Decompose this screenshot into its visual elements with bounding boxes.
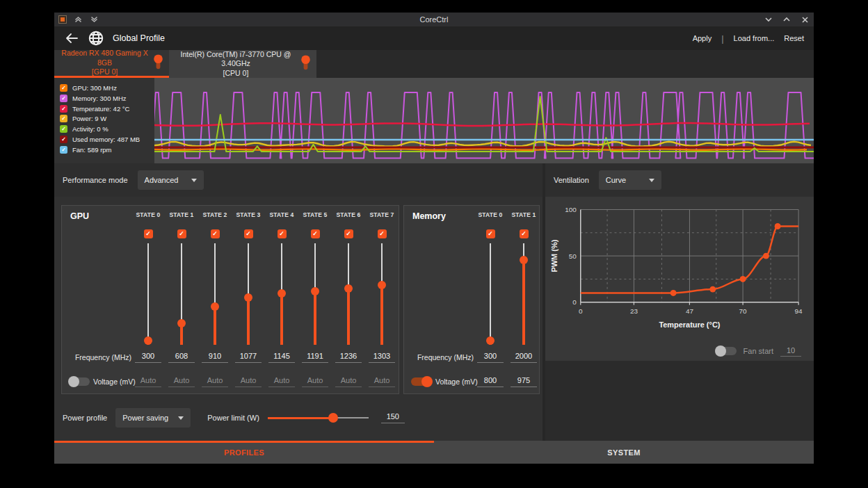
app-icon — [58, 15, 67, 24]
frequency-value[interactable]: 1303 — [369, 345, 395, 370]
keep-below-icon[interactable] — [89, 15, 99, 24]
state-checkbox[interactable]: ✓ — [211, 229, 220, 238]
tab-cpu-device[interactable]: Intel(R) Core(TM) i7-3770 CPU @ 3.40GHz … — [169, 50, 316, 78]
load-from-button[interactable]: Load from... — [734, 34, 775, 42]
legend-checkbox[interactable]: ✓ — [60, 136, 67, 143]
legend-label: GPU: 300 MHz — [72, 84, 117, 92]
maximize-icon[interactable] — [782, 15, 791, 24]
legend-checkbox[interactable]: ✓ — [60, 115, 67, 122]
svg-text:100: 100 — [565, 206, 577, 213]
frequency-slider[interactable] — [377, 242, 387, 345]
power-limit-slider[interactable] — [268, 413, 369, 423]
minimize-icon[interactable] — [764, 15, 773, 24]
voltage-value[interactable]: 800 — [477, 370, 504, 393]
state-label: STATE 1 — [511, 211, 536, 225]
tab-system[interactable]: SYSTEM — [434, 441, 814, 464]
frequency-value[interactable]: 1145 — [268, 345, 295, 370]
fan-curve-point[interactable] — [709, 286, 716, 293]
fan-curve-point[interactable] — [775, 223, 781, 229]
slider-handle[interactable] — [486, 336, 495, 345]
power-profile-select[interactable]: Power saving — [115, 408, 191, 428]
state-checkbox[interactable]: ✓ — [177, 229, 186, 238]
state-checkbox[interactable]: ✓ — [244, 229, 253, 238]
frequency-value[interactable]: 608 — [168, 345, 195, 370]
fan-curve-point[interactable] — [740, 276, 746, 282]
slider-handle[interactable] — [177, 319, 186, 327]
state-column: STATE 3✓1077Auto — [232, 211, 265, 393]
memory-voltage-toggle[interactable] — [411, 377, 432, 386]
power-limit-value[interactable]: 150 — [381, 412, 405, 423]
frequency-value[interactable]: 300 — [135, 345, 161, 370]
state-checkbox[interactable]: ✓ — [378, 229, 387, 238]
header-toolbar: Global Profile Apply | Load from... Rese… — [54, 26, 814, 50]
profile-title: Global Profile — [113, 33, 165, 43]
slider-handle[interactable] — [344, 284, 353, 293]
frequency-slider[interactable] — [143, 242, 153, 345]
ventilation-mode-select[interactable]: Curve — [599, 170, 661, 190]
legend-checkbox[interactable]: ✓ — [60, 105, 67, 113]
voltage-value: Auto — [302, 370, 328, 393]
frequency-slider[interactable] — [519, 242, 529, 345]
gpu-voltage-toggle[interactable] — [69, 377, 90, 386]
slider-handle[interactable] — [211, 302, 219, 311]
frequency-value[interactable]: 1191 — [302, 345, 328, 370]
legend-item: ✓Used memory: 487 MB — [60, 135, 154, 144]
slider-handle[interactable] — [311, 287, 319, 295]
close-icon[interactable] — [800, 15, 810, 24]
frequency-slider[interactable] — [177, 242, 186, 345]
gpu-tab-title: Radeon RX 480 Gaming X 8GB — [61, 49, 148, 67]
legend-label: Activity: 0 % — [72, 125, 108, 133]
legend-label: Memory: 300 MHz — [72, 95, 127, 102]
voltage-value: Auto — [335, 370, 362, 393]
gpu-states-panel: GPU Frequency (MHz) Voltage (mV) STATE 0… — [61, 205, 399, 394]
fan-curve-chart[interactable]: 050100023477094Temperature (°C)PWM (%) — [548, 200, 812, 343]
frequency-slider[interactable] — [210, 242, 220, 345]
state-label: STATE 7 — [369, 211, 394, 225]
pin-icon[interactable] — [153, 54, 163, 72]
fan-start-toggle[interactable] — [716, 347, 737, 355]
slider-handle[interactable] — [520, 256, 528, 264]
chevron-down-icon — [178, 416, 184, 420]
frequency-value[interactable]: 2000 — [511, 345, 537, 370]
reset-button[interactable]: Reset — [784, 34, 804, 42]
state-checkbox[interactable]: ✓ — [144, 229, 153, 238]
fan-curve-point[interactable] — [670, 290, 677, 296]
state-checkbox[interactable]: ✓ — [311, 229, 320, 238]
slider-handle[interactable] — [378, 281, 386, 289]
voltage-value[interactable]: 975 — [511, 370, 537, 393]
frequency-slider[interactable] — [310, 242, 320, 345]
tab-gpu-device[interactable]: Radeon RX 480 Gaming X 8GB [GPU 0] — [54, 50, 169, 78]
legend-checkbox[interactable]: ✓ — [60, 125, 67, 133]
state-checkbox[interactable]: ✓ — [278, 229, 287, 238]
frequency-value[interactable]: 1236 — [335, 345, 362, 370]
apply-button[interactable]: Apply — [693, 34, 712, 42]
back-button[interactable] — [64, 31, 79, 46]
slider-handle[interactable] — [244, 293, 252, 302]
pin-icon[interactable] — [300, 55, 311, 73]
fan-curve-point[interactable] — [763, 253, 769, 259]
frequency-slider[interactable] — [485, 242, 495, 345]
slider-handle[interactable] — [144, 336, 152, 345]
frequency-value[interactable]: 910 — [202, 345, 228, 370]
fan-start-row: Fan start 10 — [548, 343, 810, 359]
tab-profiles[interactable]: PROFILES — [54, 441, 434, 464]
state-checkbox[interactable]: ✓ — [344, 229, 353, 238]
frequency-slider[interactable] — [243, 242, 253, 345]
globe-icon — [88, 30, 104, 47]
frequency-value[interactable]: 300 — [477, 345, 504, 370]
slider-handle[interactable] — [278, 289, 286, 298]
ventilation-column: Ventilation Curve 050100023477094Tempera… — [545, 163, 814, 441]
state-checkbox[interactable]: ✓ — [486, 229, 495, 238]
state-checkbox[interactable]: ✓ — [520, 229, 529, 238]
gpu-tab-subtitle: [GPU 0] — [61, 67, 148, 77]
legend-checkbox[interactable]: ✓ — [60, 95, 67, 102]
performance-mode-select[interactable]: Advanced — [138, 170, 204, 190]
frequency-value[interactable]: 1077 — [235, 345, 262, 370]
legend-checkbox[interactable]: ✓ — [60, 84, 67, 92]
slider-handle[interactable] — [328, 413, 338, 423]
frequency-slider[interactable] — [344, 242, 353, 345]
frequency-slider[interactable] — [277, 242, 287, 345]
fan-curve-panel: 050100023477094Temperature (°C)PWM (%) F… — [545, 197, 814, 361]
keep-above-icon[interactable] — [73, 15, 83, 24]
legend-checkbox[interactable]: ✓ — [60, 146, 67, 154]
